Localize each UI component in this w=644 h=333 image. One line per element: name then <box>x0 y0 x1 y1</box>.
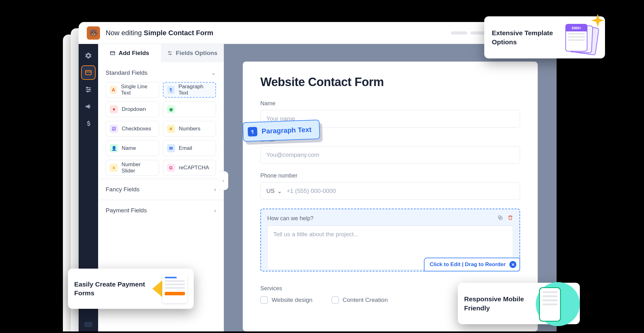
callout-payment-forms: Easily Create Payment Forms <box>68 269 194 309</box>
tab-add-fields[interactable]: Add Fields <box>98 44 161 62</box>
hash-icon: # <box>167 125 175 133</box>
field-multiple-choice[interactable]: ◉ <box>163 101 216 117</box>
sliders-icon <box>167 50 173 56</box>
field-email[interactable]: ✉Email <box>163 140 216 156</box>
fancy-fields-toggle[interactable]: Fancy Fields › <box>98 179 224 200</box>
phone-country-select[interactable]: US⌄ <box>266 188 282 195</box>
payment-fields-toggle[interactable]: Payment Fields › <box>98 200 224 221</box>
nav-fields[interactable] <box>81 65 96 80</box>
chevron-down-icon: ⌄ <box>211 69 216 76</box>
svg-point-5 <box>86 87 88 88</box>
slider-icon: ≡ <box>110 164 118 172</box>
field-paragraph-text[interactable]: ¶Paragraph Text <box>163 82 216 98</box>
person-icon: 👤 <box>110 144 118 152</box>
selected-field-block[interactable]: How can we help? Click to Edit | Drag to… <box>260 209 520 271</box>
nav-marketing[interactable] <box>81 99 96 114</box>
tab-field-options[interactable]: Fields Options <box>161 44 224 62</box>
field-checkboxes[interactable]: ☑Checkboxes <box>106 121 159 137</box>
delete-icon[interactable] <box>508 215 513 222</box>
nav-sliders[interactable] <box>81 82 96 97</box>
chevron-right-icon: › <box>214 186 216 193</box>
field-single-line-text[interactable]: ASingle Line Text <box>106 82 159 98</box>
phone-input[interactable]: US⌄ +1 (555) 000-0000 <box>260 182 520 200</box>
phone-label: Phone number <box>260 172 520 179</box>
form-icon <box>110 50 115 56</box>
text-icon: A <box>110 86 117 94</box>
duplicate-icon[interactable] <box>497 215 503 222</box>
email-input[interactable] <box>260 146 520 164</box>
templates-illustration: 2000+ <box>560 23 597 52</box>
checkbox-icon <box>260 296 268 304</box>
field-recaptcha[interactable]: GreCAPTCHA <box>163 160 216 176</box>
form-title: Website Contact Form <box>260 75 520 89</box>
field-dropdown[interactable]: ▾Dropdown <box>106 101 159 117</box>
recaptcha-icon: G <box>167 164 175 172</box>
field-numbers[interactable]: #Numbers <box>163 121 216 137</box>
svg-rect-8 <box>110 52 115 55</box>
dragging-field-chip: ¶ Paragraph Text <box>242 120 320 142</box>
checkbox-icon: ☑ <box>110 125 118 133</box>
app-logo-icon: 🐻 <box>87 26 100 40</box>
dropdown-icon: ▾ <box>110 105 118 113</box>
radio-icon: ◉ <box>167 105 175 113</box>
step-pill <box>451 31 467 35</box>
panel-collapse-handle[interactable]: ‹ <box>219 171 228 190</box>
service-option[interactable]: Content Creation <box>331 296 388 304</box>
svg-point-6 <box>89 89 90 90</box>
nav-payments[interactable] <box>81 116 96 131</box>
mail-icon: ✉ <box>167 144 175 152</box>
name-label: Name <box>260 100 520 107</box>
edit-hint: Click to Edit | Drag to Reorder ✕ <box>424 258 520 271</box>
standard-fields-toggle[interactable]: Standard Fields ⌄ <box>106 69 216 76</box>
nav-settings[interactable] <box>81 48 96 63</box>
mobile-illustration <box>536 288 574 319</box>
svg-rect-0 <box>86 70 91 75</box>
paragraph-icon: ¶ <box>167 86 175 94</box>
sparkle-icon <box>591 14 604 27</box>
service-option[interactable]: Website design <box>260 296 313 304</box>
field-number-slider[interactable]: ≡Number Slider <box>106 160 159 176</box>
callout-templates: Extensive Template Options 2000+ <box>484 16 605 58</box>
checkbox-icon <box>331 296 339 304</box>
phone-placeholder: +1 (555) 000-0000 <box>286 188 336 194</box>
close-hint-icon[interactable]: ✕ <box>509 261 516 268</box>
nav-collapse-icon[interactable] <box>84 322 92 327</box>
svg-point-7 <box>87 91 88 92</box>
now-editing-label: Now editing Simple Contact Form <box>106 29 213 37</box>
callout-mobile: Responsive Mobile Friendly <box>458 283 580 324</box>
field-name[interactable]: 👤Name <box>106 140 159 156</box>
chevron-down-icon: ⌄ <box>277 188 282 195</box>
paragraph-icon: ¶ <box>248 127 258 137</box>
payment-form-illustration <box>158 274 187 303</box>
help-label: How can we help? <box>267 215 314 222</box>
chevron-right-icon: › <box>214 207 216 214</box>
